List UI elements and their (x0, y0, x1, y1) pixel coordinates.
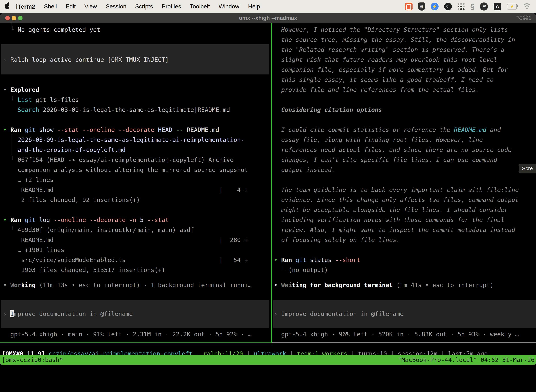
wifi-icon[interactable] (523, 3, 531, 10)
text-segment: However, I noticed the "Directory Struct… (274, 26, 508, 33)
text-segment: Wor (10, 281, 21, 289)
terminal-line: README.md| 4 + (3, 185, 54, 195)
text-segment: including verification notes with those … (274, 216, 504, 223)
menu-item-window[interactable]: Window (219, 3, 239, 10)
window-title: omx --xhigh --madmax (0, 13, 536, 23)
text-segment: README.md (3, 186, 54, 193)
menu-item-help[interactable]: Help (248, 3, 260, 10)
text-segment: Ran (10, 126, 25, 133)
text-segment: … +2 lines (3, 176, 54, 183)
text-segment: └ (3, 226, 18, 233)
terminal-line: including verification notes with those … (274, 215, 504, 225)
text-segment: └ (274, 266, 288, 273)
screenshot-chat-icon[interactable] (405, 3, 412, 10)
terminal-line: The team guideline is to back every impo… (274, 185, 519, 195)
workflow-badge-icon[interactable] (431, 3, 439, 10)
text-segment: log (39, 216, 54, 223)
text-segment: • (274, 281, 281, 289)
terminal-line: review. Also, I might want to inspect th… (274, 225, 515, 235)
text-segment: README.md (454, 126, 486, 133)
text-segment: gpt-5.4 xhigh · main · 91% left · 2.31M … (3, 331, 251, 338)
terminal-line: Considering citation options (274, 105, 382, 115)
text-segment: gpt-5.4 xhigh · 96% left · 520K in · 5.8… (274, 331, 519, 338)
text-segment: › (274, 310, 281, 317)
text-segment: … +1901 lines (3, 246, 64, 253)
terminal-line: output instead. (274, 165, 335, 175)
text-segment (3, 106, 18, 113)
menu-bar: iTerm2ShellEditViewSessionScriptsProfile… (0, 0, 536, 13)
terminal-line: I could cite commit statistics or refere… (274, 125, 501, 135)
menu-item-profiles[interactable]: Profiles (162, 3, 181, 10)
text-segment: • (3, 281, 10, 289)
terminal-line: └ No agents completed yet (3, 25, 100, 35)
text-segment: HEAD (158, 126, 176, 133)
text-segment: 1903 files changed, 513517 insertions(+) (3, 266, 165, 273)
focus-crescent-icon[interactable] (444, 3, 452, 10)
text-segment: Improve documentation in @filename (281, 310, 404, 317)
terminal-line: … +1901 lines (3, 245, 64, 255)
text-segment: essay file, along with finding root file… (274, 136, 483, 143)
terminal-line: Search 2026-03-09-is-legal-the-same-as-l… (3, 105, 230, 115)
terminal-line: └ (no output) (274, 265, 328, 275)
dots-grid-icon[interactable] (458, 3, 464, 10)
text-segment: git (296, 257, 310, 263)
active-pane-bottom-border (0, 342, 271, 343)
apple-menu-icon[interactable] (5, 4, 10, 9)
left-pane[interactable]: └ No agents completed yet› Ralph loop ac… (0, 23, 271, 343)
menu-item-scripts[interactable]: Scripts (135, 3, 153, 10)
input-source-icon[interactable]: A (494, 3, 501, 10)
text-segment: show (39, 126, 57, 133)
menu-item-edit[interactable]: Edit (66, 3, 76, 10)
text-segment: changes, I can't cite specific file line… (274, 156, 497, 163)
text-segment: mprove documentation in @filename (14, 310, 133, 317)
text-segment: src/voice/voiceModeEnabled.ts (3, 257, 125, 263)
terminal-line: 2 files changed, 92 insertions(+) (3, 195, 140, 205)
text-segment: README.md (187, 126, 219, 133)
text-segment: The team guideline is to back every impo… (274, 186, 519, 193)
health-squiggle-icon[interactable]: § (470, 2, 474, 11)
battery-percent-label: ..61 (482, 5, 486, 8)
terminal-line: • Waiting for background terminal (1m 41… (274, 280, 494, 290)
menu-item-toolbelt[interactable]: Toolbelt (190, 3, 210, 10)
battery-icon[interactable]: ⚡ (507, 4, 517, 9)
tmux-status-bar: [omx-cczip0:bash* "MacBook-Pro-44.local"… (0, 355, 536, 365)
menu-status-icons: § ..61 A ⚡ (405, 2, 531, 11)
tmux-session-label: [omx-cczip0:bash* (2, 355, 63, 365)
text-segment: • (3, 216, 10, 223)
text-segment: git ls-files (36, 96, 79, 103)
text-segment: • (3, 126, 10, 133)
terminal-line: └ List git ls-files (3, 95, 79, 105)
text-segment: might be acceptable alongside the file l… (274, 206, 508, 213)
terminal-line: companion file, especially if more comme… (274, 65, 508, 75)
menu-item-iterm2[interactable]: iTerm2 (16, 3, 35, 10)
text-segment: evidence. Since this change only affects… (274, 196, 519, 203)
battery-percent-badge-icon[interactable]: ..61 (480, 2, 488, 10)
text-segment: 4b9d30f (origin/main, instructkr/main, m… (18, 226, 194, 233)
menu-item-shell[interactable]: Shell (44, 3, 57, 10)
menu-item-session[interactable]: Session (106, 3, 126, 10)
terminal: └ No agents completed yet› Ralph loop ac… (0, 23, 536, 392)
right-pane[interactable]: However, I noticed the "Directory Struct… (272, 23, 536, 343)
terminal-line: › Improve documentation in @filename (274, 309, 404, 319)
text-segment: review. Also, I might want to inspect th… (274, 226, 515, 233)
terminal-line: provide file and line references from th… (274, 85, 479, 95)
shield-grid-icon[interactable] (418, 2, 425, 10)
text-segment: (1m 41s • esc to interrupt) (393, 281, 494, 289)
text-segment: README.md (3, 236, 54, 243)
terminal-line: README.md| 280 + (3, 235, 54, 245)
terminal-line: • Ran git status --short (274, 255, 360, 265)
terminal-line: slight risk that future readers may over… (274, 55, 497, 65)
menu-item-view[interactable]: View (84, 3, 97, 10)
text-segment: | 4 + (219, 185, 248, 195)
text-segment: king (21, 281, 36, 289)
text-segment: 067f154 (HEAD -> essay/ai-reimplementati… (18, 156, 234, 163)
terminal-line: essay file, along with finding root file… (274, 135, 483, 145)
text-segment: and-the-erosion-of-copyleft.md (3, 146, 125, 153)
text-segment: (11m 13s • esc to interrupt) · 1 backgro… (36, 281, 251, 289)
pane-divider[interactable] (271, 23, 272, 343)
text-segment: companion file, especially if more comme… (274, 66, 508, 73)
terminal-line: references need actual files, and since … (274, 145, 512, 155)
text-segment: companion analysis without altering the … (3, 166, 248, 173)
text-segment: git (25, 126, 39, 133)
window-title-bar[interactable]: omx --xhigh --madmax ⌥⌘1 (0, 13, 536, 23)
